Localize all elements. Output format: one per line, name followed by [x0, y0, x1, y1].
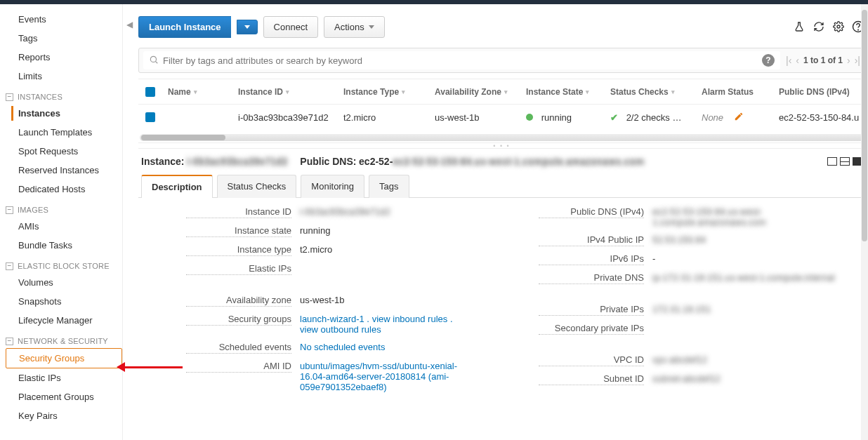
kv-value: us-west-1b — [300, 295, 345, 305]
th-instance-id[interactable]: Instance ID▾ — [232, 87, 338, 97]
launch-instance-dropdown[interactable] — [237, 20, 258, 34]
th-name[interactable]: Name▾ — [162, 87, 232, 97]
detail-splitter[interactable]: • • • — [138, 142, 865, 148]
table-header-row: Name▾ Instance ID▾ Instance Type▾ Availa… — [138, 79, 865, 105]
page-last-icon[interactable]: ›| — [855, 55, 860, 66]
group-images-header[interactable]: − IMAGES — [6, 199, 122, 217]
sidebar-item-bundle-tasks[interactable]: Bundle Tasks — [6, 236, 122, 255]
launch-instance-button[interactable]: Launch Instance — [138, 16, 231, 38]
sidebar-item-security-groups[interactable]: Security Groups — [6, 348, 122, 368]
scheduled-events-link[interactable]: No scheduled events — [300, 342, 385, 352]
kv-label: Private DNS — [539, 272, 644, 284]
sidebar-item-instances[interactable]: Instances — [6, 104, 122, 123]
detail-tabs: Description Status Checks Monitoring Tag… — [138, 174, 865, 198]
filter-help-icon[interactable]: ? — [762, 54, 775, 67]
minus-icon: − — [6, 93, 13, 101]
kv-label: Subnet ID — [539, 373, 644, 385]
minus-icon: − — [6, 262, 13, 270]
group-network-security-header[interactable]: − NETWORK & SECURITY — [6, 330, 122, 348]
group-instances-header[interactable]: − INSTANCES — [6, 86, 122, 104]
horizontal-scrollbar[interactable] — [140, 134, 864, 141]
th-availability-zone[interactable]: Availability Zone▾ — [429, 87, 520, 97]
state-dot-icon — [526, 114, 533, 121]
tab-monitoring[interactable]: Monitoring — [301, 175, 364, 198]
detail-pane: Instance: i-0b3ac93bca39e71d2 Public DNS… — [138, 148, 865, 440]
layout-split-icon[interactable] — [840, 157, 850, 166]
tab-tags[interactable]: Tags — [369, 175, 409, 198]
sidebar-top-list: Events Tags Reports Limits — [6, 10, 122, 86]
filter-input[interactable] — [163, 55, 758, 66]
refresh-icon[interactable] — [812, 20, 826, 34]
connect-button[interactable]: Connect — [263, 16, 318, 38]
vertical-scrollbar[interactable] — [861, 148, 865, 440]
th-instance-state[interactable]: Instance State▾ — [520, 87, 605, 97]
kv-label: Private IPs — [539, 304, 644, 316]
layout-full-icon[interactable] — [827, 157, 837, 166]
caret-down-icon — [369, 25, 374, 29]
sidebar-item-volumes[interactable]: Volumes — [6, 273, 122, 292]
group-ebs-header[interactable]: − ELASTIC BLOCK STORE — [6, 255, 122, 273]
pager-text: 1 to 1 of 1 — [803, 55, 843, 65]
page-first-icon[interactable]: |‹ — [786, 55, 791, 66]
sidebar-item-key-pairs[interactable]: Key Pairs — [6, 406, 122, 425]
kv-label: Elastic IPs — [186, 263, 291, 275]
cell-status-checks: ✔ 2/2 checks … — [605, 112, 696, 123]
cell-az: us-west-1b — [429, 112, 520, 123]
kv-value: running — [300, 225, 330, 236]
kv-value: i-0b3ac93bca39e71d2 — [300, 206, 390, 217]
sidebar-item-limits[interactable]: Limits — [6, 67, 122, 86]
kv-value-security-groups: launch-wizard-1 . view inbound rules . v… — [300, 314, 453, 335]
outbound-rules-link[interactable]: view outbound rules — [300, 324, 381, 335]
toolbar: Launch Instance Connect Actions — [138, 13, 865, 41]
svg-point-3 — [150, 56, 156, 62]
kv-label: IPv4 Public IP — [539, 234, 644, 246]
select-all-checkbox[interactable] — [145, 87, 155, 97]
sg-link[interactable]: launch-wizard-1 . — [300, 314, 369, 324]
gear-icon[interactable] — [831, 20, 846, 34]
sidebar-collapse-handle[interactable]: ◀ — [126, 20, 133, 29]
flask-icon[interactable] — [792, 20, 806, 34]
sidebar-item-lifecycle-manager[interactable]: Lifecycle Manager — [6, 311, 122, 330]
th-status-checks[interactable]: Status Checks▾ — [605, 87, 696, 97]
kv-value: 52.53.150.84 — [652, 234, 706, 245]
kv-label: Instance ID — [186, 206, 291, 218]
grip-icon: • • • — [493, 142, 510, 149]
minus-icon: − — [6, 338, 13, 345]
table-row[interactable]: i-0b3ac93bca39e71d2 t2.micro us-west-1b … — [138, 105, 865, 130]
kv-label: Public DNS (IPv4) — [539, 206, 644, 218]
sidebar-item-reports[interactable]: Reports — [6, 48, 122, 67]
kv-value: - — [652, 253, 655, 264]
sidebar-item-launch-templates[interactable]: Launch Templates — [6, 123, 122, 142]
sidebar-item-events[interactable]: Events — [6, 10, 122, 29]
sidebar-item-dedicated-hosts[interactable]: Dedicated Hosts — [6, 180, 122, 199]
kv-label: Security groups — [186, 314, 291, 326]
sidebar-item-snapshots[interactable]: Snapshots — [6, 292, 122, 311]
row-checkbox[interactable] — [145, 112, 155, 122]
main-pane: ◀ Launch Instance Connect Actions — [123, 4, 868, 440]
th-alarm-status[interactable]: Alarm Status — [696, 87, 773, 97]
kv-label: AMI ID — [186, 361, 291, 373]
inbound-rules-link[interactable]: view inbound rules . — [372, 314, 453, 324]
sidebar-item-elastic-ips[interactable]: Elastic IPs — [6, 368, 122, 387]
sidebar-item-amis[interactable]: AMIs — [6, 217, 122, 236]
alarm-edit-icon[interactable] — [734, 112, 744, 124]
tab-description[interactable]: Description — [141, 175, 213, 198]
kv-label: VPC ID — [539, 354, 644, 366]
page-prev-icon[interactable]: ‹ — [796, 55, 799, 66]
th-public-dns[interactable]: Public DNS (IPv4) — [773, 87, 865, 97]
search-icon — [149, 55, 159, 67]
ami-link[interactable]: ubuntu/images/hvm-ssd/ubuntu-xenial-16.0… — [300, 361, 482, 392]
kv-label: IPv6 IPs — [539, 253, 644, 265]
sidebar-item-tags[interactable]: Tags — [6, 29, 122, 48]
page-next-icon[interactable]: › — [847, 55, 850, 66]
th-instance-type[interactable]: Instance Type▾ — [338, 87, 429, 97]
sidebar-item-spot-requests[interactable]: Spot Requests — [6, 142, 122, 161]
sidebar-item-reserved-instances[interactable]: Reserved Instances — [6, 161, 122, 180]
kv-value: t2.micro — [300, 244, 332, 255]
sidebar-item-placement-groups[interactable]: Placement Groups — [6, 387, 122, 406]
cell-public-dns: ec2-52-53-150-84.u — [773, 112, 865, 123]
detail-instance-label: Instance: i-0b3ac93bca39e71d2 — [141, 156, 287, 167]
actions-button[interactable]: Actions — [324, 16, 385, 38]
kv-label: Scheduled events — [186, 342, 291, 354]
tab-status-checks[interactable]: Status Checks — [217, 175, 297, 198]
